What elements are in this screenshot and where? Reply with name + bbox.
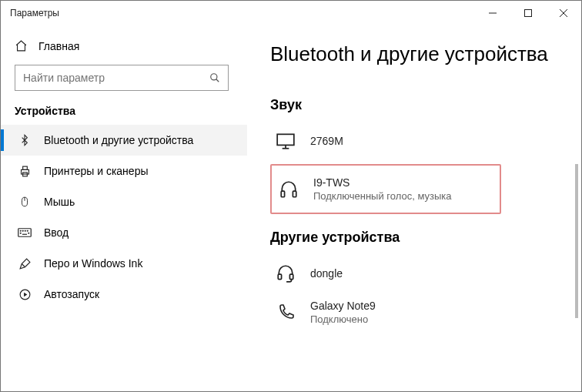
window-controls	[475, 1, 581, 25]
close-button[interactable]	[546, 1, 581, 25]
sidebar-item-typing[interactable]: Ввод	[1, 217, 247, 248]
close-icon	[560, 9, 567, 17]
home-label: Главная	[38, 40, 79, 52]
svg-point-15	[27, 230, 28, 231]
maximize-icon	[524, 9, 532, 17]
device-status: Подключено	[310, 313, 376, 325]
device-name: 2769M	[310, 135, 343, 147]
search-input[interactable]	[23, 72, 192, 84]
sidebar-item-mouse[interactable]: Мышь	[1, 186, 247, 217]
printer-icon	[18, 164, 32, 178]
device-text: 2769M	[310, 135, 343, 147]
svg-rect-22	[277, 134, 294, 145]
sidebar-item-label: Автозапуск	[44, 288, 99, 300]
content-area: Bluetooth и другие устройства Звук 2769M	[247, 25, 581, 391]
monitor-icon	[275, 130, 296, 152]
sidebar-item-label: Мышь	[44, 196, 75, 208]
svg-rect-1	[525, 10, 532, 17]
svg-point-14	[25, 230, 25, 231]
svg-rect-28	[289, 274, 293, 280]
svg-point-4	[211, 74, 217, 80]
device-row-dongle[interactable]: dongle	[270, 255, 566, 292]
svg-point-12	[20, 230, 21, 231]
headphones-icon	[278, 179, 299, 200]
pen-icon	[18, 256, 32, 270]
sidebar-heading: Устройства	[1, 100, 247, 125]
home-icon	[15, 39, 28, 52]
highlighted-device: I9-TWS Подключенный голос, музыка	[270, 164, 501, 214]
svg-line-5	[216, 79, 219, 82]
sidebar-item-label: Bluetooth и другие устройства	[44, 134, 193, 146]
device-name: Galaxy Note9	[310, 300, 376, 312]
svg-marker-21	[24, 292, 27, 297]
svg-rect-27	[278, 274, 281, 280]
minimize-icon	[489, 9, 497, 17]
svg-point-17	[28, 233, 29, 233]
other-section: Другие устройства dongle Galaxy Note9	[270, 230, 566, 333]
settings-window: Параметры Главная	[0, 0, 582, 392]
keyboard-icon	[18, 226, 32, 240]
page-title: Bluetooth и другие устройства	[270, 42, 566, 66]
device-row-headphones[interactable]: I9-TWS Подключенный голос, музыка	[273, 169, 498, 209]
device-status: Подключенный голос, музыка	[313, 190, 452, 202]
phone-icon	[275, 302, 296, 323]
search-container	[1, 59, 247, 100]
search-icon	[209, 72, 220, 83]
svg-rect-6	[21, 169, 28, 174]
sidebar: Главная Устройства Bluetooth и другие ус…	[1, 25, 247, 391]
autoplay-icon	[18, 287, 32, 301]
svg-line-19	[22, 263, 25, 266]
home-link[interactable]: Главная	[1, 33, 247, 59]
sidebar-item-bluetooth[interactable]: Bluetooth и другие устройства	[1, 125, 247, 156]
headset-icon	[275, 263, 296, 284]
section-title-audio: Звук	[270, 97, 566, 113]
mouse-icon	[18, 195, 32, 209]
device-name: I9-TWS	[313, 176, 452, 189]
sidebar-item-label: Принтеры и сканеры	[44, 165, 148, 177]
bluetooth-icon	[18, 133, 32, 147]
titlebar: Параметры	[1, 1, 581, 25]
svg-rect-7	[22, 166, 27, 169]
maximize-button[interactable]	[510, 1, 546, 25]
svg-point-16	[20, 233, 21, 233]
device-row-phone[interactable]: Galaxy Note9 Подключено	[270, 292, 566, 333]
device-name: dongle	[310, 267, 343, 280]
audio-section: Звук 2769M I9-TWS	[270, 97, 566, 214]
sidebar-item-pen[interactable]: Перо и Windows Ink	[1, 248, 247, 279]
section-title-other: Другие устройства	[270, 230, 566, 246]
svg-rect-26	[293, 191, 296, 197]
sidebar-item-label: Перо и Windows Ink	[44, 257, 142, 270]
minimize-button[interactable]	[475, 1, 510, 25]
device-text: dongle	[310, 267, 343, 280]
device-row-monitor[interactable]: 2769M	[270, 122, 566, 159]
window-body: Главная Устройства Bluetooth и другие ус…	[1, 25, 581, 391]
sidebar-item-printers[interactable]: Принтеры и сканеры	[1, 156, 247, 186]
sidebar-item-autoplay[interactable]: Автозапуск	[1, 279, 247, 310]
search-box[interactable]	[15, 65, 229, 91]
window-title: Параметры	[10, 8, 475, 18]
device-text: I9-TWS Подключенный голос, музыка	[313, 176, 452, 202]
svg-point-13	[22, 230, 23, 231]
device-text: Galaxy Note9 Подключено	[310, 300, 376, 325]
scrollbar[interactable]	[572, 72, 580, 385]
sidebar-item-label: Ввод	[44, 226, 69, 239]
svg-rect-25	[281, 191, 284, 197]
